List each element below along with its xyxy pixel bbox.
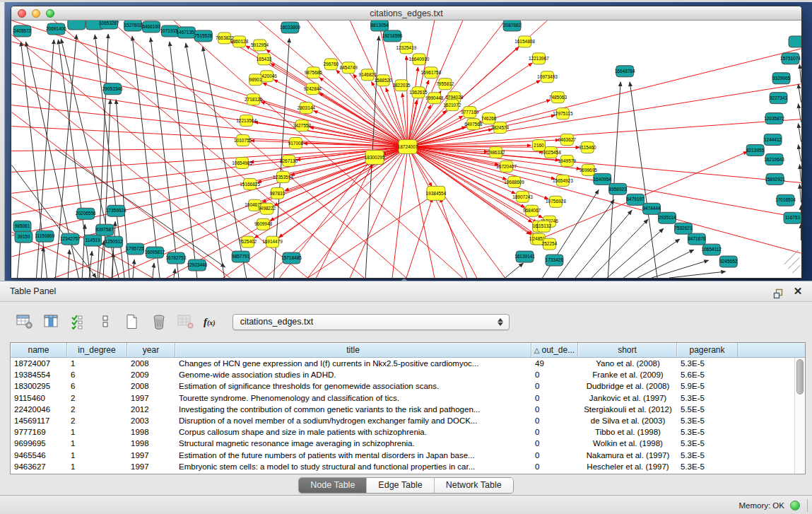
table-cell[interactable]: 2 — [67, 392, 127, 404]
table-cell[interactable]: 5.3E-5 — [677, 392, 738, 404]
table-cell[interactable]: 5.3E-5 — [677, 426, 738, 438]
table-cell[interactable]: Jankovic et al. (1997) — [578, 392, 677, 404]
graph-node[interactable]: 16648784 — [615, 66, 635, 77]
graph-node[interactable]: 8813054 — [371, 21, 389, 31]
graph-node[interactable]: 2803144 — [298, 103, 316, 114]
graph-node[interactable]: 9699695 — [579, 164, 598, 175]
graph-node[interactable]: 2405572 — [13, 25, 32, 37]
table-cell[interactable]: 0 — [531, 369, 578, 380]
citation-edge-black[interactable] — [151, 37, 179, 278]
graph-node[interactable]: 9329965 — [772, 73, 791, 84]
citation-edge-red[interactable] — [408, 49, 801, 147]
table-row[interactable]: 1456911722003Disruption of a novel membe… — [11, 415, 805, 426]
graph-node[interactable]: 10688609 — [504, 176, 524, 187]
citation-edge-black[interactable] — [799, 64, 801, 83]
table-cell[interactable]: 14569117 — [11, 415, 67, 426]
graph-node[interactable] — [789, 36, 801, 47]
citation-edge-black[interactable] — [799, 184, 801, 202]
delete-entries-trash-icon[interactable] — [150, 313, 168, 330]
graph-node[interactable]: 10654112 — [702, 244, 722, 255]
tab-network-table[interactable]: Network Table — [435, 478, 513, 493]
new-table-icon[interactable] — [123, 313, 141, 330]
table-row[interactable]: 1830029562008Estimation of significance … — [11, 380, 805, 392]
table-cell[interactable]: 5.6E-5 — [677, 369, 738, 380]
table-cell[interactable]: 5.3E-5 — [677, 438, 738, 449]
citation-edge-black[interactable] — [82, 224, 85, 278]
graph-node[interactable]: 115132 — [536, 221, 552, 232]
graph-node[interactable]: 987831 — [270, 187, 286, 199]
graph-node[interactable]: 15720407 — [496, 160, 517, 172]
select-rows-icon[interactable] — [69, 313, 88, 330]
column-header-in_degree[interactable]: in_degree — [67, 343, 127, 357]
table-cell[interactable]: 5.9E-5 — [677, 380, 738, 392]
table-cell[interactable]: 18300295 — [11, 380, 67, 392]
select-columns-icon[interactable] — [42, 313, 61, 330]
table-cell[interactable]: 0 — [531, 392, 578, 404]
graph-node[interactable]: 1588520 — [374, 75, 392, 86]
table-cell[interactable]: 0 — [531, 380, 578, 392]
table-cell[interactable]: Structural magnetic resonance image aver… — [175, 438, 531, 449]
table-cell[interactable]: 5.3E-5 — [677, 450, 738, 461]
graph-node[interactable]: 1250512 — [105, 236, 124, 247]
graph-node[interactable]: 8471676 — [688, 233, 706, 245]
table-cell[interactable]: 2009 — [127, 369, 175, 380]
table-cell[interactable]: 2008 — [127, 358, 175, 369]
table-vertical-scrollbar[interactable] — [794, 358, 805, 474]
table-cell[interactable]: 5.5E-5 — [677, 404, 738, 415]
graph-node[interactable]: 2160 — [533, 140, 546, 151]
float-panel-icon[interactable] — [773, 286, 784, 297]
citation-edge-red[interactable] — [290, 147, 408, 175]
table-cell[interactable]: Tibbo et al. (1998) — [578, 426, 677, 438]
network-window[interactable]: citations_edges.txt 24055722069140610653… — [11, 6, 802, 279]
graph-node[interactable]: 917008 — [288, 138, 304, 149]
graph-node[interactable]: 165433 — [257, 54, 272, 65]
window-resize-grip[interactable] — [784, 250, 801, 273]
column-header-name[interactable]: name — [11, 343, 67, 357]
table-cell[interactable]: Dudbridge et al. (2008) — [578, 380, 677, 392]
graph-node[interactable]: 296760 — [323, 59, 339, 70]
graph-node[interactable]: 985061 — [13, 221, 31, 232]
graph-node[interactable]: 9777169 — [461, 107, 479, 118]
citation-edge-black[interactable] — [798, 84, 801, 103]
table-row[interactable]: 2242004622012Investigating the contribut… — [11, 404, 805, 415]
graph-node[interactable]: 7625402 — [239, 236, 257, 247]
citation-edge-red[interactable] — [392, 147, 408, 278]
table-cell[interactable]: 1998 — [127, 438, 175, 449]
graph-node[interactable]: 1640954 — [594, 173, 612, 185]
graph-node[interactable]: 12342757 — [60, 233, 81, 245]
graph-node[interactable]: 9875685 — [305, 67, 323, 78]
graph-node[interactable]: 9463627 — [558, 134, 577, 146]
graph-node[interactable]: 9227341 — [770, 93, 788, 104]
citation-edge-black[interactable] — [799, 164, 801, 181]
graph-node[interactable]: 9990448 — [425, 93, 444, 104]
graph-node[interactable]: 29053346 — [102, 83, 123, 95]
row-height-icon[interactable] — [96, 313, 114, 330]
table-cell[interactable]: 6 — [67, 369, 127, 380]
citation-edge-black[interactable] — [505, 263, 524, 278]
table-cell[interactable]: Corpus callosum shape and size in male p… — [175, 426, 531, 438]
table-cell[interactable]: 1 — [67, 438, 127, 449]
table-cell[interactable]: 1 — [67, 358, 127, 369]
graph-node[interactable]: 9609948 — [254, 218, 273, 230]
graph-node[interactable]: 9860128 — [230, 36, 249, 47]
graph-node[interactable]: 3822035 — [392, 80, 411, 91]
hub-graph-node[interactable]: 18724007 — [398, 140, 418, 154]
table-cell[interactable]: 5.3E-5 — [677, 415, 738, 426]
table-row[interactable]: 1938455462009Genome-wide association stu… — [11, 369, 805, 380]
table-cell[interactable]: 5.3E-5 — [677, 461, 738, 472]
graph-node[interactable]: 15166825 — [240, 178, 260, 189]
graph-node[interactable]: 10973493 — [537, 71, 558, 83]
table-select-combobox[interactable]: citations_edges.txt — [233, 314, 510, 330]
table-cell[interactable]: 0 — [531, 438, 578, 449]
table-cell[interactable]: Nakamura et al. (1997) — [578, 450, 677, 461]
table-row[interactable]: 946362711997Embryonic stem cells: a mode… — [11, 461, 805, 472]
citation-edge-black[interactable] — [669, 271, 726, 278]
citation-edge-red[interactable] — [408, 21, 435, 147]
table-cell[interactable]: 1997 — [127, 461, 175, 472]
citation-edge-red[interactable] — [350, 147, 408, 278]
tab-edge-table[interactable]: Edge Table — [367, 478, 434, 493]
graph-node[interactable]: 1010755 — [234, 135, 252, 146]
tab-node-table[interactable]: Node Table — [299, 478, 367, 493]
graph-node[interactable]: 114519 — [84, 235, 102, 246]
graph-node[interactable]: 12325419 — [396, 42, 417, 54]
